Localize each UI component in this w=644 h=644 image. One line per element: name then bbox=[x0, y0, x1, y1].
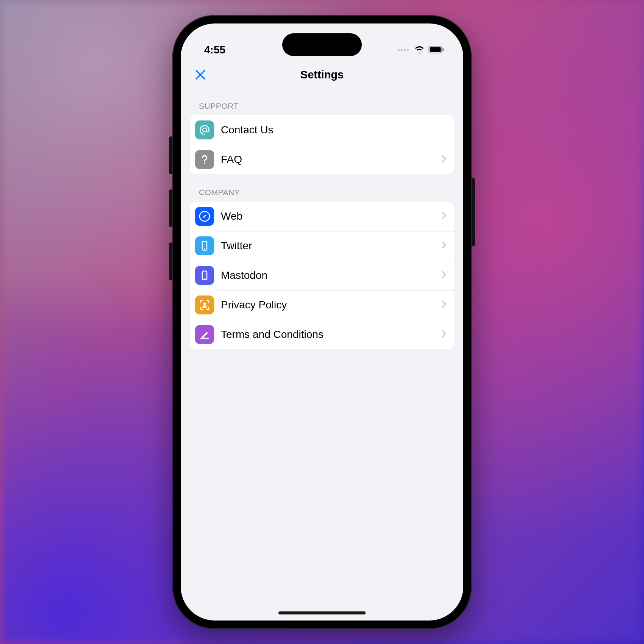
phone-icon bbox=[195, 236, 214, 255]
nav-bar: Settings bbox=[181, 61, 463, 88]
row-label: Privacy Policy bbox=[221, 299, 441, 311]
chevron-right-icon bbox=[441, 270, 447, 280]
row-label: Terms and Conditions bbox=[221, 328, 441, 341]
dynamic-island bbox=[282, 33, 362, 56]
phone-frame: 4:55 Settings SUPPORT bbox=[172, 15, 472, 629]
row-terms-and-conditions[interactable]: Terms and Conditions bbox=[190, 320, 454, 349]
svg-point-7 bbox=[204, 248, 205, 249]
svg-point-4 bbox=[204, 163, 205, 164]
row-privacy-policy[interactable]: Privacy Policy bbox=[190, 290, 454, 320]
section-header-company: COMPANY bbox=[190, 174, 454, 202]
person-frame-icon bbox=[195, 295, 214, 314]
row-mastodon[interactable]: Mastodon bbox=[190, 261, 454, 290]
page-title: Settings bbox=[300, 69, 344, 81]
row-label: Contact Us bbox=[221, 124, 447, 136]
row-label: FAQ bbox=[221, 153, 441, 166]
row-label: Web bbox=[221, 210, 441, 222]
chevron-right-icon bbox=[441, 211, 447, 221]
group-company: Web Twitter Mastodon bbox=[190, 202, 454, 349]
status-time: 4:55 bbox=[204, 44, 225, 56]
wifi-icon bbox=[414, 44, 425, 56]
svg-point-3 bbox=[203, 128, 206, 132]
svg-point-10 bbox=[203, 303, 206, 305]
chevron-right-icon bbox=[441, 155, 447, 164]
battery-icon bbox=[428, 44, 444, 56]
svg-point-9 bbox=[204, 278, 205, 279]
row-label: Twitter bbox=[221, 240, 441, 252]
svg-rect-2 bbox=[442, 48, 444, 51]
row-twitter[interactable]: Twitter bbox=[190, 231, 454, 261]
group-support: Contact Us FAQ bbox=[190, 115, 454, 174]
question-icon bbox=[195, 150, 214, 169]
row-label: Mastodon bbox=[221, 269, 441, 281]
chevron-right-icon bbox=[441, 241, 447, 251]
screen: 4:55 Settings SUPPORT bbox=[181, 23, 463, 621]
chevron-right-icon bbox=[441, 300, 447, 310]
row-contact-us[interactable]: Contact Us bbox=[190, 115, 454, 145]
row-web[interactable]: Web bbox=[190, 202, 454, 231]
at-icon bbox=[195, 120, 214, 139]
svg-rect-1 bbox=[430, 47, 441, 52]
phone-icon bbox=[195, 266, 214, 285]
close-button[interactable] bbox=[192, 66, 209, 83]
home-indicator[interactable] bbox=[278, 611, 366, 614]
section-header-support: SUPPORT bbox=[190, 88, 454, 115]
status-right bbox=[398, 44, 444, 56]
close-icon bbox=[195, 69, 206, 80]
chevron-right-icon bbox=[441, 330, 447, 339]
settings-content: SUPPORT Contact Us FAQ COMPANY bbox=[181, 88, 463, 349]
pencil-icon bbox=[195, 325, 214, 344]
row-faq[interactable]: FAQ bbox=[190, 145, 454, 174]
compass-icon bbox=[195, 207, 214, 226]
cellular-dots-icon bbox=[398, 49, 409, 51]
